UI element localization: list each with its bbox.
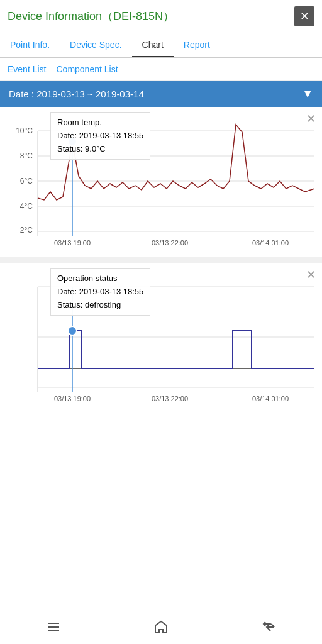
operation-status-chart: 03/13 19:00 03/13 22:00 03/14 01:00 [0,263,322,410]
svg-text:03/13 22:00: 03/13 22:00 [152,395,188,402]
sub-tab-component-list[interactable]: Component List [56,63,118,75]
home-button[interactable] [142,614,180,640]
svg-text:03/13 19:00: 03/13 19:00 [54,239,91,247]
chart-gap [0,257,322,263]
svg-text:03/14 01:00: 03/14 01:00 [252,395,289,402]
back-button[interactable] [250,614,287,640]
svg-text:03/13 22:00: 03/13 22:00 [152,239,188,247]
sub-tab-event-list[interactable]: Event List [8,63,46,75]
tab-chart[interactable]: Chart [132,33,174,57]
menu-button[interactable] [35,614,72,640]
home-icon [153,619,169,635]
back-icon [261,619,276,635]
close-button[interactable]: ✕ [294,6,314,26]
app-header: Device Information（DEI-815N） ✕ [0,0,322,33]
svg-text:6°C: 6°C [20,177,33,186]
tab-report[interactable]: Report [174,33,220,57]
svg-point-12 [68,137,77,146]
operation-status-chart-section: Operation status Date: 2019-03-13 18:55 … [0,263,322,413]
tab-device-spec[interactable]: Device Spec. [60,33,131,57]
page-title: Device Information（DEI-815N） [8,9,174,24]
date-range-text: Date : 2019-03-13 ~ 2019-03-14 [9,89,144,99]
room-temp-chart-section: Room temp. Date: 2019-03-13 18:55 Status… [0,107,322,257]
svg-text:8°C: 8°C [20,152,33,160]
content-spacer [0,413,322,609]
menu-icon [46,619,61,635]
main-tabs: Point Info. Device Spec. Chart Report [0,33,322,58]
chevron-down-icon: ▼ [302,87,313,101]
svg-text:4°C: 4°C [20,202,33,211]
svg-text:03/13 19:00: 03/13 19:00 [54,395,91,402]
svg-text:03/14 01:00: 03/14 01:00 [252,239,289,247]
bottom-navigation [0,609,322,644]
date-range-bar[interactable]: Date : 2019-03-13 ~ 2019-03-14 ▼ [0,81,322,107]
svg-point-23 [68,326,77,335]
sub-tabs: Event List Component List [0,58,322,81]
room-temp-chart: 10°C 8°C 6°C 4°C 2°C [0,107,322,254]
svg-text:2°C: 2°C [20,226,33,235]
tab-point-info[interactable]: Point Info. [0,33,60,57]
svg-text:10°C: 10°C [16,126,33,135]
